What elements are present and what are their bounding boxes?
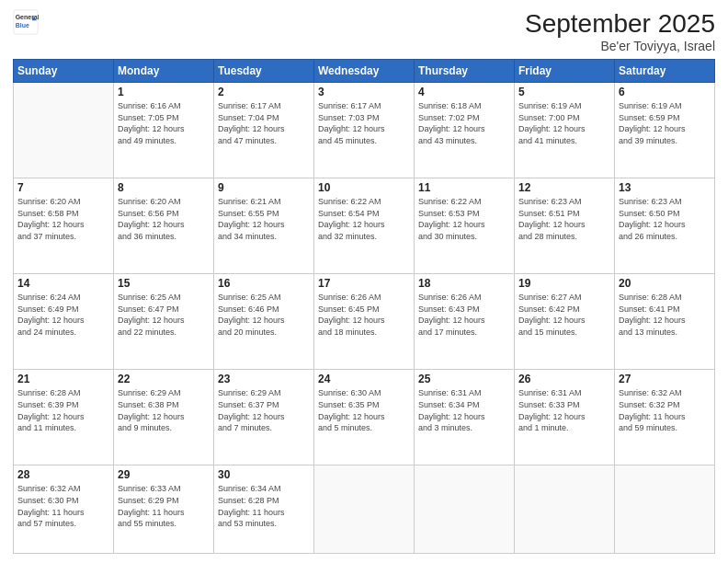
col-friday: Friday xyxy=(515,60,615,83)
day-number: 21 xyxy=(17,373,109,385)
calendar-cell: 20Sunrise: 6:28 AM Sunset: 6:41 PM Dayli… xyxy=(615,274,715,370)
day-number: 2 xyxy=(218,86,310,98)
day-number: 25 xyxy=(418,373,510,385)
day-info: Sunrise: 6:23 AM Sunset: 6:51 PM Dayligh… xyxy=(518,196,610,242)
calendar-cell: 19Sunrise: 6:27 AM Sunset: 6:42 PM Dayli… xyxy=(515,274,615,370)
day-info: Sunrise: 6:32 AM Sunset: 6:32 PM Dayligh… xyxy=(619,387,711,433)
day-info: Sunrise: 6:20 AM Sunset: 6:56 PM Dayligh… xyxy=(118,196,210,242)
title-block: September 2025 Be'er Toviyya, Israel xyxy=(525,9,715,53)
calendar-cell: 25Sunrise: 6:31 AM Sunset: 6:34 PM Dayli… xyxy=(415,370,515,465)
calendar-cell: 4Sunrise: 6:18 AM Sunset: 7:02 PM Daylig… xyxy=(415,83,515,178)
calendar-cell: 8Sunrise: 6:20 AM Sunset: 6:56 PM Daylig… xyxy=(114,178,214,274)
day-info: Sunrise: 6:32 AM Sunset: 6:30 PM Dayligh… xyxy=(17,483,109,529)
calendar-cell: 29Sunrise: 6:33 AM Sunset: 6:29 PM Dayli… xyxy=(114,465,214,554)
calendar-cell: 16Sunrise: 6:25 AM Sunset: 6:46 PM Dayli… xyxy=(214,274,314,370)
day-number: 1 xyxy=(118,86,210,98)
day-info: Sunrise: 6:31 AM Sunset: 6:33 PM Dayligh… xyxy=(518,387,610,433)
day-number: 17 xyxy=(318,277,410,290)
calendar-cell xyxy=(515,465,615,554)
calendar-cell: 3Sunrise: 6:17 AM Sunset: 7:03 PM Daylig… xyxy=(314,83,415,178)
svg-text:Blue: Blue xyxy=(16,22,29,29)
day-number: 29 xyxy=(118,468,210,481)
calendar-cell: 13Sunrise: 6:23 AM Sunset: 6:50 PM Dayli… xyxy=(615,178,715,274)
day-number: 4 xyxy=(418,86,510,98)
day-info: Sunrise: 6:26 AM Sunset: 6:43 PM Dayligh… xyxy=(418,292,510,338)
day-info: Sunrise: 6:29 AM Sunset: 6:38 PM Dayligh… xyxy=(118,387,210,433)
day-info: Sunrise: 6:31 AM Sunset: 6:34 PM Dayligh… xyxy=(418,387,510,433)
day-number: 11 xyxy=(418,181,510,194)
calendar-week-row: 7Sunrise: 6:20 AM Sunset: 6:58 PM Daylig… xyxy=(14,178,715,274)
day-info: Sunrise: 6:30 AM Sunset: 6:35 PM Dayligh… xyxy=(318,387,410,433)
day-number: 8 xyxy=(118,181,210,194)
day-number: 14 xyxy=(17,277,109,290)
calendar-week-row: 1Sunrise: 6:16 AM Sunset: 7:05 PM Daylig… xyxy=(14,83,715,178)
day-number: 3 xyxy=(318,86,410,98)
day-info: Sunrise: 6:17 AM Sunset: 7:03 PM Dayligh… xyxy=(318,100,410,146)
day-info: Sunrise: 6:33 AM Sunset: 6:29 PM Dayligh… xyxy=(118,483,210,529)
day-number: 15 xyxy=(118,277,210,290)
calendar-cell: 12Sunrise: 6:23 AM Sunset: 6:51 PM Dayli… xyxy=(515,178,615,274)
col-tuesday: Tuesday xyxy=(214,60,314,83)
calendar-cell: 11Sunrise: 6:22 AM Sunset: 6:53 PM Dayli… xyxy=(415,178,515,274)
day-info: Sunrise: 6:28 AM Sunset: 6:39 PM Dayligh… xyxy=(17,387,109,433)
day-info: Sunrise: 6:34 AM Sunset: 6:28 PM Dayligh… xyxy=(218,483,310,529)
day-number: 7 xyxy=(17,181,109,194)
calendar-cell: 18Sunrise: 6:26 AM Sunset: 6:43 PM Dayli… xyxy=(415,274,515,370)
calendar-cell: 21Sunrise: 6:28 AM Sunset: 6:39 PM Dayli… xyxy=(14,370,114,465)
col-sunday: Sunday xyxy=(14,60,114,83)
day-number: 23 xyxy=(218,373,310,385)
day-number: 10 xyxy=(318,181,410,194)
day-number: 28 xyxy=(17,468,109,481)
calendar-cell: 17Sunrise: 6:26 AM Sunset: 6:45 PM Dayli… xyxy=(314,274,415,370)
day-number: 27 xyxy=(619,373,711,385)
calendar-cell: 6Sunrise: 6:19 AM Sunset: 6:59 PM Daylig… xyxy=(615,83,715,178)
day-info: Sunrise: 6:22 AM Sunset: 6:53 PM Dayligh… xyxy=(418,196,510,242)
calendar-cell xyxy=(415,465,515,554)
logo-icon: General Blue xyxy=(13,9,39,35)
page: General Blue September 2025 Be'er Toviyy… xyxy=(0,0,728,563)
day-number: 5 xyxy=(518,86,610,98)
calendar-week-row: 14Sunrise: 6:24 AM Sunset: 6:49 PM Dayli… xyxy=(14,274,715,370)
day-info: Sunrise: 6:26 AM Sunset: 6:45 PM Dayligh… xyxy=(318,292,410,338)
day-info: Sunrise: 6:21 AM Sunset: 6:55 PM Dayligh… xyxy=(218,196,310,242)
calendar-cell xyxy=(615,465,715,554)
day-info: Sunrise: 6:22 AM Sunset: 6:54 PM Dayligh… xyxy=(318,196,410,242)
calendar-cell: 22Sunrise: 6:29 AM Sunset: 6:38 PM Dayli… xyxy=(114,370,214,465)
calendar-cell: 1Sunrise: 6:16 AM Sunset: 7:05 PM Daylig… xyxy=(114,83,214,178)
calendar-cell: 2Sunrise: 6:17 AM Sunset: 7:04 PM Daylig… xyxy=(214,83,314,178)
day-number: 6 xyxy=(619,86,711,98)
calendar-cell: 15Sunrise: 6:25 AM Sunset: 6:47 PM Dayli… xyxy=(114,274,214,370)
day-number: 30 xyxy=(218,468,310,481)
calendar-cell: 23Sunrise: 6:29 AM Sunset: 6:37 PM Dayli… xyxy=(214,370,314,465)
calendar-cell: 24Sunrise: 6:30 AM Sunset: 6:35 PM Dayli… xyxy=(314,370,415,465)
day-number: 20 xyxy=(619,277,711,290)
day-info: Sunrise: 6:17 AM Sunset: 7:04 PM Dayligh… xyxy=(218,100,310,146)
col-saturday: Saturday xyxy=(615,60,715,83)
calendar-cell: 14Sunrise: 6:24 AM Sunset: 6:49 PM Dayli… xyxy=(14,274,114,370)
day-number: 12 xyxy=(518,181,610,194)
calendar-cell: 28Sunrise: 6:32 AM Sunset: 6:30 PM Dayli… xyxy=(14,465,114,554)
day-number: 16 xyxy=(218,277,310,290)
calendar-cell: 9Sunrise: 6:21 AM Sunset: 6:55 PM Daylig… xyxy=(214,178,314,274)
day-number: 24 xyxy=(318,373,410,385)
page-subtitle: Be'er Toviyya, Israel xyxy=(525,39,715,53)
day-info: Sunrise: 6:27 AM Sunset: 6:42 PM Dayligh… xyxy=(518,292,610,338)
calendar-week-row: 28Sunrise: 6:32 AM Sunset: 6:30 PM Dayli… xyxy=(14,465,715,554)
page-title: September 2025 xyxy=(525,9,715,39)
calendar-cell: 27Sunrise: 6:32 AM Sunset: 6:32 PM Dayli… xyxy=(615,370,715,465)
day-info: Sunrise: 6:23 AM Sunset: 6:50 PM Dayligh… xyxy=(619,196,711,242)
day-number: 26 xyxy=(518,373,610,385)
header: General Blue September 2025 Be'er Toviyy… xyxy=(13,9,715,53)
day-number: 9 xyxy=(218,181,310,194)
col-monday: Monday xyxy=(114,60,214,83)
calendar-cell xyxy=(314,465,415,554)
calendar-header-row: Sunday Monday Tuesday Wednesday Thursday… xyxy=(14,60,715,83)
calendar-cell xyxy=(14,83,114,178)
calendar-cell: 7Sunrise: 6:20 AM Sunset: 6:58 PM Daylig… xyxy=(14,178,114,274)
day-number: 18 xyxy=(418,277,510,290)
day-info: Sunrise: 6:16 AM Sunset: 7:05 PM Dayligh… xyxy=(118,100,210,146)
calendar-cell: 30Sunrise: 6:34 AM Sunset: 6:28 PM Dayli… xyxy=(214,465,314,554)
day-info: Sunrise: 6:18 AM Sunset: 7:02 PM Dayligh… xyxy=(418,100,510,146)
calendar-week-row: 21Sunrise: 6:28 AM Sunset: 6:39 PM Dayli… xyxy=(14,370,715,465)
day-info: Sunrise: 6:19 AM Sunset: 6:59 PM Dayligh… xyxy=(619,100,711,146)
